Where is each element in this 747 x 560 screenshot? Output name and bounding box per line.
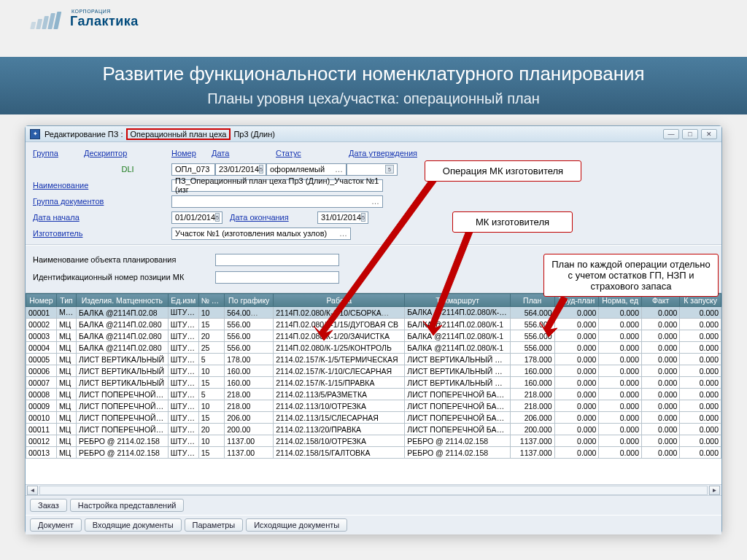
col-header[interactable]: Ед.изм [168,294,198,307]
cell[interactable]: 0.000 [641,377,679,389]
cell[interactable]: 2114П.02.080/К-1/10/СБОРКА… [274,307,405,319]
col-header[interactable]: Техмаршрут [405,294,511,307]
cell[interactable]: 00012 [26,435,57,447]
cell[interactable]: РЕБРО @ 2114.02.158 [77,447,169,459]
cell[interactable]: БАЛКА @2114П.02.080 [77,319,169,330]
field-obj-plan[interactable] [215,254,339,266]
field-data-utv[interactable]: 5 [347,163,398,176]
table-row[interactable]: 00002МЦБАЛКА @2114П.02.080ШТУКА15556.002… [26,319,721,330]
cell[interactable]: 556.00 [225,319,274,330]
cell[interactable]: 556.00 [225,330,274,342]
cell[interactable]: 0.000 [599,377,642,389]
cell[interactable]: 160.000 [510,377,554,389]
cell[interactable]: 0.000 [554,307,599,319]
cell[interactable]: МЦ [56,424,76,435]
tab-doc[interactable]: Документ [30,518,82,532]
cell[interactable]: 0.000 [599,365,642,377]
cell[interactable]: 0.000 [641,435,679,447]
cell[interactable]: 556.00 [225,342,274,354]
cell[interactable]: 0.000 [554,424,599,435]
cell[interactable]: ШТУКА [168,330,198,342]
lbl-data-utv[interactable]: Дата утверждения [349,149,417,158]
cell[interactable]: БАЛКА @2114П.02.080 [77,330,169,342]
cell[interactable]: 0.000 [554,342,599,354]
lbl-descriptor[interactable]: Дескриптор [84,149,171,158]
cell[interactable]: 206.000 [510,412,554,424]
cell[interactable]: 0.000 [641,354,679,365]
lbl-dend[interactable]: Дата окончания [230,213,317,222]
cell[interactable]: 00010 [26,412,57,424]
cell[interactable]: ЛИСТ ВЕРТИКАЛЬНЫЙ @ 2 [405,377,511,389]
cell[interactable]: 0.000 [599,424,642,435]
tab-incoming[interactable]: Входящие документы [85,518,182,532]
cell[interactable]: БАЛКА @2114П.02.080/К-▾ [405,307,511,319]
field-izgot[interactable]: Участок №1 (изготовления малых узлов)… [171,228,351,240]
minimize-button[interactable]: — [663,129,679,139]
cell[interactable]: 00011 [26,424,57,435]
tab-pred[interactable]: Настройка представлений [70,499,185,512]
cell[interactable]: 0.000 [641,389,679,400]
cell[interactable]: 0.000 [599,354,642,365]
cell[interactable]: МЦ [56,365,76,377]
cell[interactable]: 1137.00 [225,447,274,459]
date-picker-icon[interactable]: 5 [361,213,365,222]
cell[interactable]: 00001 [26,307,57,319]
cell[interactable]: 0.000 [599,307,642,319]
cell[interactable]: ЛИСТ ПОПЕРЕЧНОЙ БА [77,389,169,400]
field-data[interactable]: 23/01/20145 [215,163,266,176]
table-row[interactable]: 00007МЦЛИСТ ВЕРТИКАЛЬНЫЙШТУКА15160.00211… [26,377,721,389]
cell[interactable]: 0.000 [599,412,642,424]
cell[interactable]: 00003 [26,330,57,342]
cell[interactable]: 556.000 [510,319,554,330]
field-nomer[interactable]: ОПл_073 [171,163,215,176]
field-mk-id[interactable] [215,271,339,284]
scroll-right-icon[interactable]: ► [709,486,720,495]
date-picker-icon[interactable]: 5 [215,213,220,222]
lbl-group[interactable]: Группа [33,149,84,158]
cell[interactable]: МЦ [56,354,76,365]
table-row[interactable]: 00008МЦЛИСТ ПОПЕРЕЧНОЙ БАШТУКА5218.00211… [26,389,721,400]
cell[interactable]: МЦ [56,389,76,400]
cell[interactable]: 10 [198,400,225,412]
tab-outgoing[interactable]: Исходящие документы [246,518,347,532]
cell[interactable]: ЛИСТ ПОПЕРЕЧНОЙ БАЛКИ [405,389,511,400]
cell[interactable]: 160.000 [510,365,554,377]
cell[interactable]: ШТУКА [168,354,198,365]
cell[interactable]: 206.00 [225,412,274,424]
cell[interactable]: 160.00 [225,377,274,389]
cell[interactable]: 0.000 [554,330,599,342]
cell[interactable]: ЛИСТ ВЕРТИКАЛЬНЫЙ [77,365,169,377]
cell[interactable]: 2114П.02.080/К-1/15/ДУГОВАЯ СВ [274,319,405,330]
lbl-status[interactable]: Статус [276,149,349,158]
cell[interactable]: 0.000 [641,365,679,377]
cell[interactable]: 178.00 [225,354,274,365]
scroll-left-icon[interactable]: ◄ [27,486,38,495]
date-picker-icon[interactable]: 5 [259,165,263,174]
tab-zakaz[interactable]: Заказ [30,499,67,512]
cell[interactable]: 0.000 [554,447,599,459]
cell[interactable]: 0.000 [680,435,721,447]
cell[interactable]: 2114.02.113/15/СЛЕСАРНАЯ [274,412,405,424]
cell[interactable]: ШТУКА [168,412,198,424]
cell[interactable]: 0.000 [554,400,599,412]
lbl-naimen[interactable]: Наименование [33,181,171,190]
col-header[interactable]: Номер [26,294,57,307]
cell[interactable]: БАЛКА @2114П.02.080 [77,342,169,354]
cell[interactable]: ШТУКА [168,365,198,377]
cell[interactable]: 0.000 [680,342,721,354]
cell[interactable]: МЦ [56,400,76,412]
cell[interactable]: 2114.02.157/К-1/10/СЛЕСАРНАЯ [274,365,405,377]
cell[interactable]: 0.000 [554,412,599,424]
cell[interactable]: ШТУКА [168,319,198,330]
cell[interactable]: 0.000 [680,412,721,424]
cell[interactable]: 0.000 [680,377,721,389]
lbl-dstart[interactable]: Дата начала [33,213,171,222]
table-row[interactable]: 00003МЦБАЛКА @2114П.02.080ШТУКА20556.002… [26,330,721,342]
cell[interactable]: 0.000 [599,389,642,400]
cell[interactable]: 5 [198,389,225,400]
cell[interactable]: 1137.00 [225,435,274,447]
lbl-izgot[interactable]: Изготовитель [33,229,171,238]
cell[interactable]: 2114.02.157/К-1/15/ПРАВКА [274,377,405,389]
cell[interactable]: 0.000 [554,377,599,389]
cell[interactable]: ШТУ▾ [168,307,198,319]
